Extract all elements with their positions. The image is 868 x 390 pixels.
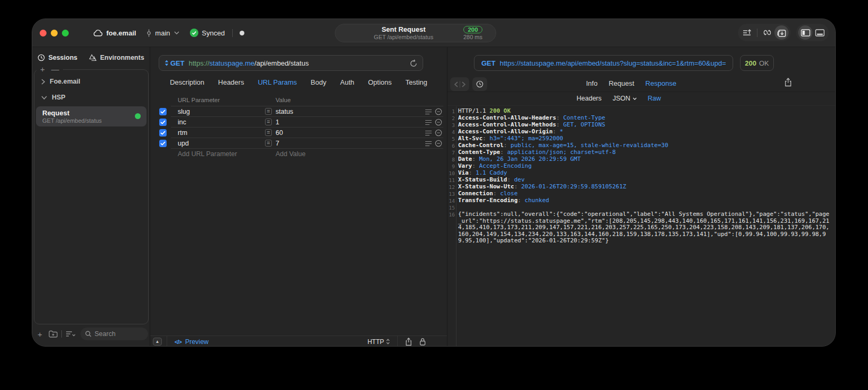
request-list-item-selected[interactable]: Request GET /api/embed/status [36, 106, 147, 126]
equals-icon: = [265, 119, 272, 125]
param-row-slug[interactable]: slug=status [150, 106, 447, 117]
search-input[interactable]: Search [80, 328, 148, 340]
drag-handle-icon[interactable] [425, 120, 432, 125]
add-folder-icon[interactable] [49, 330, 58, 338]
method-selector[interactable]: GET [170, 59, 185, 67]
close-window-button[interactable] [40, 30, 47, 37]
cloud-icon [93, 30, 103, 37]
column-url-parameter: URL Parameter [178, 97, 220, 103]
send-all-button[interactable] [740, 25, 754, 40]
request-tab-options[interactable]: Options [368, 78, 392, 86]
param-name[interactable]: slug [178, 108, 190, 115]
expand-editor-button[interactable]: ▲ [153, 338, 162, 346]
param-name[interactable]: inc [178, 119, 186, 126]
tab-environments[interactable]: Environments [89, 54, 144, 61]
param-value[interactable]: status [276, 108, 293, 115]
param-enabled-checkbox[interactable] [159, 108, 167, 115]
export-response-button[interactable] [784, 78, 792, 87]
tab-sessions[interactable]: Sessions [38, 54, 77, 61]
param-row-upd[interactable]: upd=7 [150, 138, 447, 149]
http-version-selector[interactable]: HTTP [368, 338, 390, 346]
status-code-badge: 200 [463, 26, 482, 34]
preview-label: Preview [185, 338, 208, 346]
add-param-name-placeholder[interactable]: Add URL Parameter [178, 150, 237, 158]
request-tab-headers[interactable]: Headers [218, 78, 244, 86]
response-url-box[interactable]: GET https://statuspage.me/api/embed/stat… [474, 55, 733, 71]
chevron-down-icon [633, 97, 637, 100]
lock-icon[interactable] [419, 338, 426, 346]
line-number: 11 [447, 177, 455, 184]
toggle-sidebar-button[interactable] [798, 25, 812, 40]
drag-handle-icon[interactable] [425, 141, 432, 147]
url-scheme: https:// [189, 59, 209, 67]
request-tab-testing[interactable]: Testing [406, 78, 427, 86]
request-tab-description[interactable]: Description [170, 78, 204, 86]
code-icon: </> [175, 339, 181, 345]
response-history-button[interactable] [472, 77, 487, 91]
remove-param-button[interactable] [435, 119, 442, 126]
sort-list-button[interactable] [66, 331, 76, 337]
response-line: 16{"incidents":null,"overall":{"code":"o… [447, 211, 835, 244]
request-url-bar[interactable]: GET https://statuspage.me/api/embed/stat… [159, 55, 423, 71]
back-button[interactable] [454, 81, 458, 87]
param-enabled-checkbox[interactable] [159, 140, 167, 147]
response-body[interactable]: 1HTTP/1.1 200 OK2Access-Control-Allow-He… [447, 106, 835, 347]
subtab-json-label: JSON [613, 95, 630, 102]
response-tab-info[interactable]: Info [586, 79, 598, 87]
link-requests-button[interactable] [760, 25, 774, 40]
add-param-row[interactable]: Add URL Parameter Add Value [150, 149, 447, 159]
param-name[interactable]: rtm [178, 129, 187, 137]
table-header: URL Parameter Value [150, 97, 447, 106]
param-value[interactable]: 60 [276, 129, 283, 137]
sent-request-pill[interactable]: Sent Request GET /api/embed/status 200 2… [335, 24, 496, 42]
param-value[interactable]: 1 [276, 119, 279, 126]
remove-session-button[interactable]: — [51, 65, 59, 74]
tree-group-label: Foe.email [50, 78, 80, 85]
subtab-json[interactable]: JSON [613, 95, 636, 102]
zoom-window-button[interactable] [62, 30, 69, 37]
share-icon[interactable] [405, 338, 412, 346]
request-tab-url-params[interactable]: URL Params [258, 78, 297, 86]
add-param-value-placeholder[interactable]: Add Value [276, 150, 306, 158]
loop-icon [762, 29, 772, 36]
remove-param-button[interactable] [435, 129, 442, 137]
response-tabs: InfoRequestResponse [586, 79, 677, 87]
project-menu[interactable]: foe.email [93, 29, 136, 37]
tree-group-foe-email[interactable]: Foe.email [34, 76, 148, 87]
add-session-button[interactable]: + [40, 65, 45, 74]
add-request-button[interactable]: + [38, 330, 42, 339]
tree-group-hsp[interactable]: HSP [34, 92, 148, 103]
titlebar: foe.email main Synced Sent Request GET /… [32, 19, 835, 47]
subtab-raw[interactable]: Raw [648, 95, 661, 102]
request-duration: 280 ms [456, 34, 489, 40]
forward-button[interactable] [462, 81, 465, 87]
minimize-window-button[interactable] [51, 30, 58, 37]
line-number: 3 [447, 122, 455, 129]
project-name: foe.email [106, 29, 136, 37]
param-row-rtm[interactable]: rtm=60 [150, 128, 447, 138]
remove-param-button[interactable] [435, 108, 442, 115]
param-value[interactable]: 7 [276, 140, 279, 147]
branch-menu[interactable]: main [147, 29, 179, 37]
equals-icon: = [265, 140, 272, 147]
url-path: /api/embed/status [254, 59, 309, 67]
toggle-bottom-panel-button[interactable] [812, 25, 827, 40]
param-row-inc[interactable]: inc=1 [150, 117, 447, 128]
param-enabled-checkbox[interactable] [159, 129, 167, 137]
request-tab-body[interactable]: Body [310, 78, 326, 86]
drag-handle-icon[interactable] [425, 109, 432, 115]
drag-handle-icon[interactable] [425, 130, 432, 136]
send-to-response-button[interactable] [774, 25, 789, 40]
resend-request-button[interactable] [410, 59, 417, 67]
response-tab-request[interactable]: Request [609, 79, 634, 87]
sync-status[interactable]: Synced [190, 29, 225, 37]
param-name[interactable]: upd [178, 140, 189, 147]
request-status-dot [135, 113, 141, 119]
request-tab-auth[interactable]: Auth [340, 78, 354, 86]
preview-button[interactable]: </> Preview [175, 338, 208, 346]
subtab-headers[interactable]: Headers [577, 95, 601, 102]
line-number: 15 [447, 204, 455, 211]
param-enabled-checkbox[interactable] [159, 119, 167, 126]
remove-param-button[interactable] [435, 140, 442, 147]
response-tab-response[interactable]: Response [645, 79, 677, 87]
